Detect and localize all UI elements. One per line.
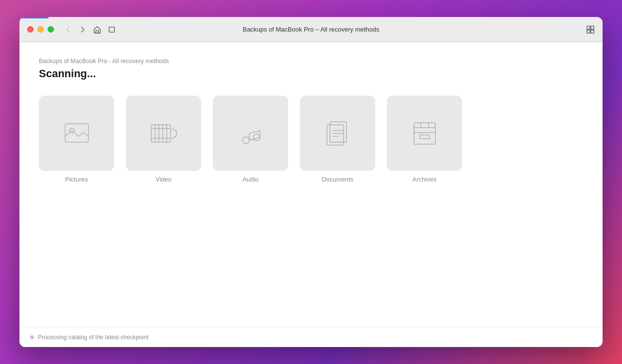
video-icon-box [126, 96, 201, 171]
audio-label: Audio [242, 176, 259, 183]
status-text: Processing catalog of the latest checkpo… [38, 334, 148, 341]
documents-icon [322, 118, 353, 149]
archives-icon-box [387, 96, 462, 171]
video-icon [148, 118, 179, 149]
category-item-archives[interactable]: Archives [387, 96, 462, 183]
svg-rect-7 [151, 125, 171, 142]
back-button[interactable] [62, 24, 74, 35]
svg-rect-0 [109, 27, 115, 32]
forward-button[interactable] [76, 24, 89, 35]
svg-rect-30 [420, 135, 430, 139]
documents-label: Documents [322, 176, 354, 183]
category-item-audio[interactable]: Audio [213, 96, 288, 183]
home-icon[interactable] [93, 25, 102, 34]
music-icon [235, 118, 266, 149]
view-toggle-button[interactable] [586, 25, 595, 34]
image-icon [61, 118, 92, 149]
progress-bar [19, 17, 49, 18]
svg-rect-4 [591, 30, 594, 33]
video-label: Video [156, 176, 172, 183]
audio-icon-box [213, 96, 288, 171]
svg-line-17 [249, 131, 260, 133]
nav-buttons [62, 24, 89, 35]
category-grid: Pictures Video [39, 96, 583, 183]
main-window: Backups of MacBook Pro – All recovery me… [19, 17, 603, 347]
pictures-icon-box [39, 96, 114, 171]
svg-rect-25 [414, 123, 435, 144]
documents-icon-box [300, 96, 375, 171]
breadcrumb: Backups of MacBook Pro - All recovery me… [39, 58, 583, 65]
traffic-lights [27, 26, 54, 33]
svg-rect-3 [587, 30, 590, 33]
pictures-label: Pictures [65, 176, 88, 183]
svg-rect-1 [587, 26, 590, 29]
maximize-button[interactable] [48, 26, 54, 33]
stop-icon[interactable] [107, 25, 116, 34]
statusbar: ✳ Processing catalog of the latest check… [19, 327, 603, 347]
svg-rect-2 [591, 26, 594, 29]
spinner-icon: ✳ [29, 333, 35, 341]
category-item-pictures[interactable]: Pictures [39, 96, 114, 183]
toolbar-icons [93, 25, 116, 34]
content-area: Backups of MacBook Pro - All recovery me… [19, 42, 603, 327]
archives-label: Archives [413, 176, 437, 183]
window-title: Backups of MacBook Pro – All recovery me… [242, 26, 379, 33]
close-button[interactable] [27, 26, 34, 33]
category-item-documents[interactable]: Documents [300, 96, 375, 183]
archive-icon [409, 118, 440, 149]
titlebar: Backups of MacBook Pro – All recovery me… [19, 17, 603, 42]
category-item-video[interactable]: Video [126, 96, 201, 183]
page-title: Scanning... [39, 67, 583, 80]
minimize-button[interactable] [37, 26, 44, 33]
svg-point-14 [242, 137, 249, 144]
